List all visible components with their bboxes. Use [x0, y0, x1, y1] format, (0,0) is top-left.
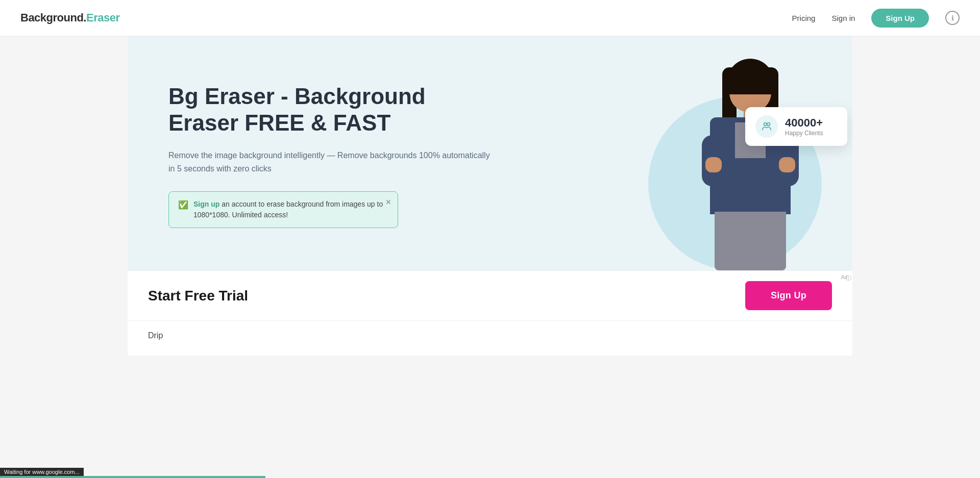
navbar: Background. Eraser Pricing Sign in Sign …: [0, 0, 980, 36]
logo-text-color: Eraser: [86, 11, 120, 24]
users-svg-icon: [761, 121, 772, 132]
card-client-label: Happy Clients: [785, 130, 823, 137]
cta-signup-link[interactable]: Sign up: [193, 200, 219, 208]
check-icon: ✅: [178, 200, 188, 210]
svg-point-1: [767, 123, 770, 126]
cta-banner: ✅ Sign up an account to erase background…: [168, 191, 398, 228]
person-figure: [689, 56, 812, 270]
nav-pricing[interactable]: Pricing: [792, 14, 816, 22]
nav-signin[interactable]: Sign in: [831, 14, 855, 22]
cta-rest-text: an account to erase background from imag…: [193, 200, 383, 219]
loading-status-text: Waiting for www.google.com...: [0, 468, 84, 476]
hero-subtitle: Remove the image background intelligentl…: [168, 149, 496, 175]
loading-progress-bar: [0, 476, 265, 478]
person-hand-left: [705, 157, 722, 172]
person-skirt: [715, 212, 786, 270]
drip-label: Drip: [148, 331, 163, 340]
hero-image-side: 40000+ Happy Clients: [526, 36, 852, 270]
logo[interactable]: Background. Eraser: [20, 11, 119, 24]
floating-clients-card: 40000+ Happy Clients: [745, 107, 847, 146]
cta-close-button[interactable]: ✕: [385, 198, 391, 206]
ad-strip-wrapper: Start Free Trial Sign Up Ad ⓘ: [0, 270, 980, 320]
ad-info-icon[interactable]: ⓘ: [846, 274, 851, 282]
hero-section: Bg Eraser - Background Eraser FREE & FAS…: [128, 36, 852, 270]
lower-section: Drip: [128, 320, 852, 356]
cta-banner-text: Sign up an account to erase background f…: [193, 199, 388, 220]
person-body: [694, 56, 806, 270]
ad-strip: Start Free Trial Sign Up: [128, 270, 852, 320]
free-trial-title: Start Free Trial: [148, 288, 248, 304]
person-hand-right: [779, 157, 795, 172]
card-client-count: 40000+: [785, 116, 823, 130]
loading-bar: Waiting for www.google.com...: [0, 467, 980, 478]
trial-signup-button[interactable]: Sign Up: [745, 281, 832, 310]
card-users-icon: [755, 115, 778, 138]
nav-signup-button[interactable]: Sign Up: [871, 9, 929, 28]
hero-title: Bg Eraser - Background Eraser FREE & FAS…: [168, 83, 496, 137]
logo-text-bold: Background.: [20, 11, 86, 24]
svg-point-0: [764, 123, 767, 126]
info-icon-button[interactable]: ℹ: [945, 11, 960, 25]
info-icon-symbol: ℹ: [951, 14, 954, 22]
person-hair: [727, 59, 774, 94]
hero-content: Bg Eraser - Background Eraser FREE & FAS…: [128, 36, 526, 270]
card-stats: 40000+ Happy Clients: [785, 116, 823, 137]
nav-links: Pricing Sign in Sign Up ℹ: [792, 9, 960, 28]
